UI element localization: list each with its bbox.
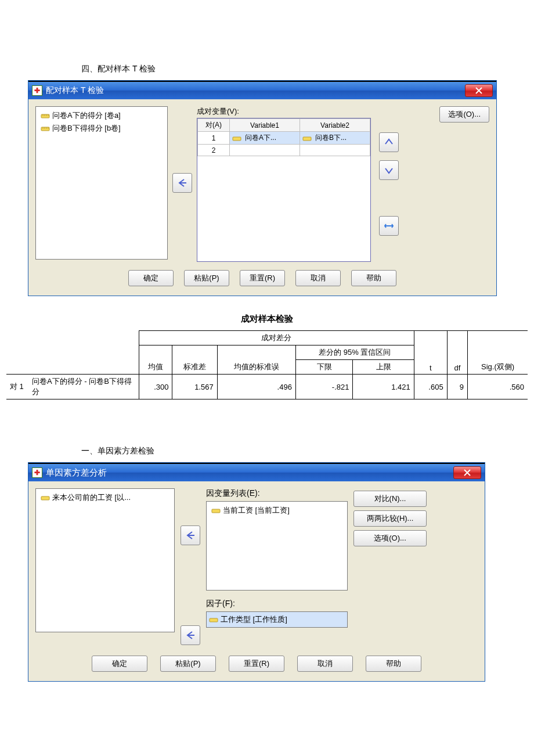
source-variable-list[interactable]: 问卷A下的得分 [卷a] 问卷B下得得分 [b卷] [35, 106, 168, 260]
group-header: 成对差分 [139, 331, 414, 345]
app-icon: ✚ [32, 467, 42, 478]
reset-button[interactable]: 重置(R) [240, 270, 285, 286]
col-se: 均值的标准误 [217, 345, 295, 375]
val-mean: .300 [139, 375, 172, 399]
options-button[interactable]: 选项(O)... [439, 106, 489, 123]
paste-button[interactable]: 粘贴(P) [184, 270, 229, 286]
dep-label: 因变量列表(E): [206, 488, 348, 499]
transfer-left-button[interactable] [172, 173, 192, 193]
pair-v2: 问卷B下... [315, 133, 347, 143]
val-se: .496 [217, 375, 295, 399]
val-sd: 1.567 [172, 375, 217, 399]
var-label: 来本公司前的工资 [以... [52, 492, 131, 503]
col-df: df [447, 331, 467, 375]
svg-rect-12 [41, 496, 49, 500]
ruler-icon [41, 111, 50, 120]
dialog-title: 配对样本 T 检验 [46, 85, 104, 96]
dialog-button-row: 确定 粘贴(P) 重置(R) 取消 帮助 [35, 656, 478, 674]
contrast-button[interactable]: 对比(N)... [353, 491, 427, 507]
source-variable-list[interactable]: 来本公司前的工资 [以... [35, 488, 175, 632]
factor-field[interactable]: 工作类型 [工作性质] [206, 611, 348, 628]
ok-button[interactable]: 确定 [92, 656, 147, 672]
arrow-up-icon [384, 137, 394, 147]
svg-rect-13 [212, 509, 220, 513]
pair-num: 1 [198, 132, 230, 145]
col-pair: 对(A) [198, 119, 230, 132]
col-high: 上限 [353, 360, 414, 375]
section-heading-1: 四、配对样本 T 检验 [81, 64, 534, 74]
transfer-dep-button[interactable] [181, 525, 200, 545]
dialog-title: 单因素方差分析 [46, 467, 107, 478]
col-t: t [414, 331, 447, 375]
val-df: 9 [447, 375, 467, 399]
col-v2: Variable2 [300, 119, 370, 132]
factor-label: 因子(F): [206, 599, 348, 609]
dependent-list[interactable]: 当前工资 [当前工资] [206, 501, 348, 591]
ruler-icon [232, 134, 241, 143]
ruler-icon [41, 124, 50, 133]
anova-dialog: ✚ 单因素方差分析 来本公司前的工资 [以... [28, 462, 485, 682]
ruler-icon [41, 493, 50, 502]
arrow-down-icon [384, 165, 394, 175]
pairs-table[interactable]: 对(A) Variable1 Variable2 1 问卷A下... 问卷B下.… [197, 118, 371, 262]
results-table: 成对差分 t df Sig.(双侧) 均值 标准差 均值的标准误 差分的 95%… [6, 330, 528, 399]
reset-button[interactable]: 重置(R) [229, 656, 284, 672]
dep-var-item[interactable]: 当前工资 [当前工资] [209, 504, 345, 517]
svg-rect-10 [233, 137, 241, 141]
col-sd: 标准差 [172, 345, 217, 375]
move-up-button[interactable] [379, 132, 399, 152]
row-name: 问卷A下的得分 - 问卷B下得得分 [28, 375, 139, 399]
transfer-column [172, 106, 192, 260]
svg-rect-14 [210, 618, 218, 622]
variable-item[interactable]: 问卷A下的得分 [卷a] [38, 109, 165, 122]
pair-v1: 问卷A下... [245, 133, 276, 143]
transfer-factor-button[interactable] [181, 625, 200, 645]
help-button[interactable]: 帮助 [366, 656, 421, 672]
paste-button[interactable]: 粘贴(P) [160, 656, 216, 672]
help-button[interactable]: 帮助 [351, 270, 396, 286]
ruler-icon [209, 615, 218, 624]
swap-icon [384, 221, 394, 231]
pair-num: 2 [198, 145, 230, 156]
app-icon: ✚ [32, 85, 42, 96]
cancel-button[interactable]: 取消 [297, 656, 353, 672]
posthoc-button[interactable]: 两两比较(H)... [353, 510, 427, 527]
move-column [379, 106, 399, 262]
variable-item[interactable]: 来本公司前的工资 [以... [38, 491, 172, 504]
arrow-left-icon [177, 178, 187, 188]
close-button[interactable] [453, 466, 481, 479]
ruler-icon [211, 506, 221, 515]
swap-button[interactable] [379, 216, 399, 236]
ok-button[interactable]: 确定 [128, 270, 174, 286]
title-bar: ✚ 配对样本 T 检验 [28, 82, 496, 99]
col-low: 下限 [295, 360, 353, 375]
val-t: .605 [414, 375, 447, 399]
section-heading-2: 一、单因素方差检验 [81, 446, 534, 456]
col-sig: Sig.(双侧) [468, 331, 528, 375]
pairs-label: 成对变量(V): [197, 106, 239, 117]
ruler-icon [302, 134, 312, 143]
cancel-button[interactable]: 取消 [295, 270, 341, 286]
options-button[interactable]: 选项(O)... [353, 530, 427, 546]
var-label: 问卷B下得得分 [b卷] [52, 123, 121, 134]
row-label: 对 1 [6, 375, 28, 399]
paired-t-test-dialog: ✚ 配对样本 T 检验 问卷A下的得分 [卷a] 问卷B下得得分 [b卷] [28, 80, 497, 296]
variable-item[interactable]: 问卷B下得得分 [b卷] [38, 122, 165, 135]
val-high: 1.421 [353, 375, 414, 399]
dep-var-label: 当前工资 [当前工资] [223, 505, 290, 516]
val-sig: .560 [468, 375, 528, 399]
var-label: 问卷A下的得分 [卷a] [52, 110, 121, 121]
arrow-left-icon [185, 530, 196, 541]
dialog-button-row: 确定 粘贴(P) 重置(R) 取消 帮助 [35, 270, 489, 289]
ci-header: 差分的 95% 置信区间 [295, 345, 414, 360]
results-title: 成对样本检验 [0, 314, 534, 325]
col-v1: Variable1 [230, 119, 300, 132]
factor-var-label: 工作类型 [工作性质] [221, 614, 287, 625]
svg-rect-11 [303, 137, 311, 141]
arrow-left-icon [185, 630, 196, 640]
title-bar: ✚ 单因素方差分析 [28, 464, 485, 481]
close-button[interactable] [465, 84, 493, 97]
pair-row[interactable]: 2 [198, 145, 370, 156]
pair-row[interactable]: 1 问卷A下... 问卷B下... [198, 132, 370, 145]
move-down-button[interactable] [379, 160, 399, 180]
